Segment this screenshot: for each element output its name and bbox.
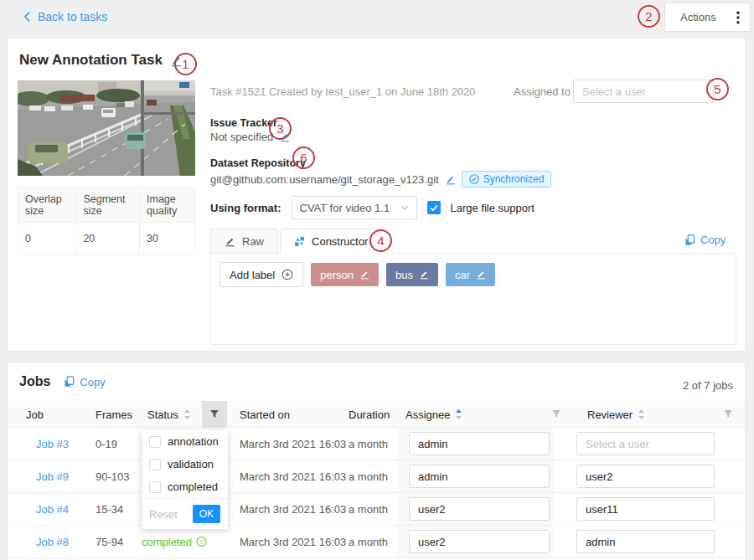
edit-label-icon[interactable] (359, 270, 369, 280)
job-link[interactable]: Job #3 (36, 438, 69, 450)
filter-checkbox-completed[interactable] (149, 481, 161, 493)
column-status-sort[interactable]: Status (147, 401, 191, 428)
frames-cell: 15-34 (96, 503, 123, 516)
column-status-label: Status (147, 408, 178, 421)
chevron-left-icon (23, 11, 31, 23)
annotation-marker-5: 5 (706, 78, 729, 100)
edit-label-icon[interactable] (419, 270, 429, 280)
edit-repository-icon[interactable] (445, 174, 456, 185)
filter-checkbox-annotation[interactable] (149, 436, 161, 448)
label-person-name: person (320, 269, 354, 281)
task-title-row: New Annotation Task (19, 52, 183, 69)
label-bus-name: bus (395, 269, 413, 281)
column-frames-label: Frames (96, 408, 132, 421)
param-value-overlap: 0 (18, 223, 76, 255)
filter-option-validation-label: validation (168, 458, 214, 470)
copy-icon (64, 376, 75, 388)
column-assignee-sort[interactable]: Assignee (405, 401, 462, 428)
task-details-card: New Annotation Task (7, 38, 746, 352)
assignee-input[interactable] (409, 530, 550, 553)
assignee-input[interactable] (409, 497, 550, 521)
repository-url: git@github.com:username/git_storage_v123… (210, 173, 439, 186)
large-file-checkbox[interactable] (427, 201, 441, 214)
assignee-input[interactable] (409, 465, 550, 488)
back-to-tasks-label: Back to tasks (38, 10, 107, 23)
edit-label-icon[interactable] (476, 270, 486, 280)
issue-tracker-label: Issue Tracker (210, 117, 277, 129)
reviewer-filter-icon[interactable] (715, 401, 741, 428)
tab-raw[interactable]: Raw (210, 229, 278, 254)
sort-carets-icon (638, 408, 645, 420)
filter-reset-button[interactable]: Reset (149, 508, 178, 521)
annotation-marker-1: 1 (174, 53, 197, 75)
copy-labels-button[interactable]: Copy (684, 234, 726, 246)
label-chip-car[interactable]: car (446, 263, 495, 286)
jobs-count: 2 of 7 jobs (683, 379, 733, 392)
assigned-to-input[interactable] (573, 80, 714, 103)
labels-constructor-panel: Add label person bus car (210, 253, 736, 345)
frames-cell: 0-19 (96, 438, 117, 450)
pencil-icon (225, 236, 235, 247)
reviewer-input[interactable] (576, 432, 715, 455)
sort-carets-icon-active (455, 408, 462, 420)
tab-constructor[interactable]: Constructor (280, 229, 382, 254)
job-link[interactable]: Job #9 (36, 470, 69, 483)
add-label-text: Add label (230, 269, 275, 281)
started-cell: March 3rd 2021 16:03 (240, 503, 346, 516)
actions-button[interactable]: Actions (664, 3, 751, 32)
column-duration-label: Duration (349, 408, 390, 421)
job-link[interactable]: Job #4 (36, 503, 69, 516)
table-row: Job #8 75-94 completed ? March 3rd 2021 … (8, 526, 745, 558)
annotation-marker-6: 6 (292, 146, 315, 169)
filter-option-validation[interactable]: validation (142, 453, 228, 475)
dataset-repository-label: Dataset Repository (210, 157, 306, 169)
assignee-filter-icon[interactable] (544, 401, 569, 428)
issue-tracker-value: Not specified (210, 131, 273, 143)
column-job-label: Job (26, 408, 44, 421)
assignee-input[interactable] (409, 432, 550, 455)
status-completed-label: completed (142, 536, 192, 548)
question-circle-icon: ? (196, 537, 207, 547)
annotation-marker-4: 4 (369, 229, 392, 252)
param-header-segment: Segment size (76, 188, 140, 223)
filter-option-annotation-label: annotation (168, 435, 219, 448)
column-duration: Duration (349, 401, 390, 428)
format-select[interactable]: CVAT for video 1.1 (292, 196, 417, 219)
filter-option-annotation[interactable]: annotation (142, 430, 228, 453)
param-value-quality: 30 (140, 223, 195, 255)
filter-option-completed[interactable]: completed (142, 475, 228, 498)
annotation-marker-2: 2 (638, 5, 660, 28)
copy-jobs-button[interactable]: Copy (64, 376, 105, 388)
label-chip-bus[interactable]: bus (386, 263, 438, 286)
task-preview-image (18, 80, 195, 176)
column-assignee-label: Assignee (405, 408, 450, 421)
label-chip-person[interactable]: person (311, 263, 379, 286)
status-filter-icon[interactable] (202, 401, 227, 428)
format-selected-value: CVAT for video 1.1 (300, 202, 390, 214)
add-label-button[interactable]: Add label (219, 262, 303, 287)
task-title: New Annotation Task (19, 52, 163, 69)
filter-checkbox-validation[interactable] (149, 459, 161, 470)
reviewer-input[interactable] (576, 530, 715, 553)
synchronized-badge: Synchronized (462, 171, 552, 188)
check-circle-icon (469, 174, 479, 184)
status-cell: completed ? (142, 536, 207, 548)
actions-label: Actions (680, 11, 716, 23)
plus-circle-icon (281, 269, 293, 280)
filter-ok-button[interactable]: OK (193, 505, 220, 523)
assigned-to-label: Assigned to (514, 85, 571, 98)
column-reviewer-sort[interactable]: Reviewer (587, 401, 645, 428)
synchronized-label: Synchronized (483, 173, 545, 185)
label-car-name: car (455, 269, 470, 281)
build-blocks-icon (294, 236, 305, 247)
back-to-tasks-link[interactable]: Back to tasks (23, 10, 107, 23)
reviewer-input[interactable] (576, 497, 715, 521)
job-link[interactable]: Job #8 (36, 536, 69, 548)
param-header-quality: Image quality (140, 188, 195, 223)
funnel-icon (209, 409, 219, 419)
reviewer-input[interactable] (576, 465, 715, 488)
table-row: Job #4 15-34 March 3rd 2021 16:03 a mont… (8, 493, 745, 526)
started-cell: March 3rd 2021 16:03 (240, 536, 346, 548)
started-cell: March 3rd 2021 16:03 (240, 470, 346, 483)
param-header-overlap: Overlap size (18, 188, 76, 223)
